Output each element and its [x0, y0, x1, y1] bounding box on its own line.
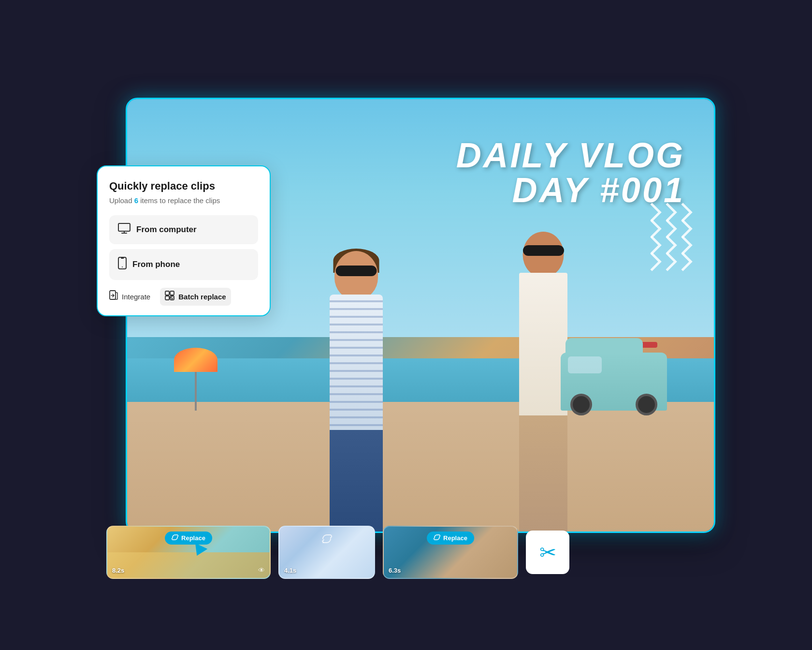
video-title-overlay: DAILY VLOG DAY #001	[456, 138, 685, 207]
clip-item-3[interactable]: Replace 6.3s	[383, 526, 518, 579]
replace-label-3: Replace	[443, 534, 467, 542]
svg-rect-2	[110, 291, 116, 299]
replace-badge-1[interactable]: Replace	[165, 532, 212, 545]
replace-badge-3[interactable]: Replace	[427, 532, 474, 545]
beach-van	[561, 343, 667, 411]
replace-label-1: Replace	[181, 534, 205, 542]
from-phone-button[interactable]: From phone	[109, 249, 258, 280]
replace-clips-popup: Quickly replace clips Upload 6 items to …	[97, 165, 271, 316]
chevron-row-3	[645, 238, 690, 252]
chevron-row-4	[645, 255, 690, 268]
chevron-12	[673, 252, 693, 271]
van-wheel-left	[570, 394, 592, 415]
clip-1-duration: 8.2s	[112, 567, 124, 574]
scissors-icon: ✂	[539, 541, 556, 564]
integrate-icon	[109, 290, 118, 303]
beach-umbrella	[174, 348, 218, 411]
svg-rect-5	[165, 296, 169, 300]
van-window	[568, 356, 602, 373]
clip-3-duration: 6.3s	[389, 567, 401, 574]
from-phone-label: From phone	[132, 260, 180, 269]
svg-rect-4	[170, 291, 174, 295]
replace-icon-3	[434, 534, 440, 542]
timeline-bar: Replace 8.2s 👁 4.1s	[97, 514, 715, 591]
umbrella-pole	[195, 372, 197, 411]
svg-rect-3	[165, 291, 169, 295]
batch-replace-link[interactable]: Batch replace	[160, 288, 231, 306]
integrate-link[interactable]: Integrate	[109, 290, 150, 303]
popup-subtitle: Upload 6 items to replace the clips	[109, 195, 258, 206]
bottom-actions: Integrate Batch replace	[109, 286, 258, 306]
van-wheel-right	[636, 394, 657, 415]
subtitle-before: Upload	[109, 196, 134, 205]
svg-rect-0	[118, 223, 130, 231]
umbrella-top	[174, 348, 218, 372]
batch-replace-label: Batch replace	[178, 293, 226, 301]
replace-icon-1	[172, 534, 178, 542]
from-computer-label: From computer	[136, 225, 197, 235]
chevron-decoration	[645, 206, 690, 268]
app-container: DAILY VLOG DAY #001	[68, 59, 744, 591]
clip-item-2[interactable]: 4.1s	[278, 526, 375, 579]
clip-1-eye-icon: 👁	[258, 566, 265, 574]
chevron-row-1	[645, 206, 690, 219]
replace-badge-2[interactable]	[319, 532, 334, 546]
subtitle-after: items to replace the clips	[138, 196, 220, 205]
woman-head	[523, 232, 564, 278]
man-head	[334, 251, 378, 299]
title-line1: DAILY VLOG	[456, 138, 685, 173]
person-man	[303, 251, 409, 532]
from-computer-button[interactable]: From computer	[109, 215, 258, 244]
woman-sunglasses	[523, 245, 564, 256]
popup-title: Quickly replace clips	[109, 180, 258, 192]
man-stripes	[330, 295, 383, 430]
phone-icon	[118, 257, 127, 272]
title-line2: DAY #001	[456, 173, 685, 207]
subtitle-count: 6	[134, 196, 138, 205]
clip-item-1[interactable]: Replace 8.2s 👁	[106, 526, 271, 579]
man-sunglasses	[336, 266, 377, 276]
scissors-button[interactable]: ✂	[526, 531, 569, 574]
computer-icon	[118, 223, 130, 236]
integrate-label: Integrate	[122, 293, 150, 301]
clip-2-duration: 4.1s	[284, 567, 296, 574]
van-body	[561, 353, 667, 411]
batch-icon	[165, 291, 174, 303]
chevron-row-2	[645, 222, 690, 236]
